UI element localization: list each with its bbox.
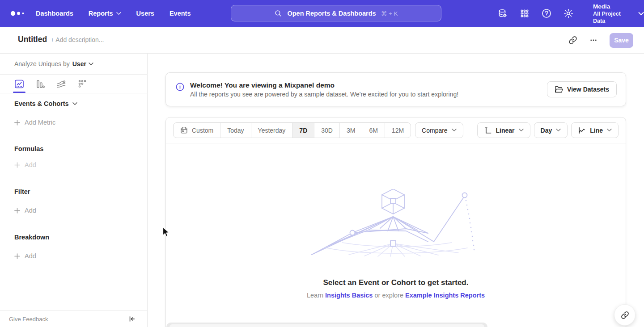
search-icon [274, 9, 282, 17]
report-title[interactable]: Untitled [18, 35, 47, 44]
add-breakdown-button[interactable]: Add [14, 252, 36, 260]
range-7d[interactable]: 7D [292, 123, 314, 138]
chart-type-label: Line [590, 127, 603, 134]
interval-label: Day [541, 127, 552, 134]
range-today-label: Today [227, 127, 244, 134]
project-name: Media [593, 3, 610, 10]
example-reports-link[interactable]: Example Insights Reports [405, 292, 485, 299]
scale-dropdown[interactable]: Linear [477, 122, 530, 138]
compare-dropdown[interactable]: Compare [415, 122, 463, 138]
add-filter-label: Add [25, 207, 36, 214]
nav-events[interactable]: Events [169, 10, 191, 17]
tab-retention-chart[interactable] [77, 75, 87, 93]
collapse-sidebar-icon[interactable] [128, 315, 136, 323]
copy-link-icon[interactable] [568, 36, 577, 45]
plus-icon [14, 162, 20, 168]
query-builder-sidebar: Analyze Uniques by User [0, 54, 148, 327]
divider [0, 93, 148, 93]
chart-type-tabs [0, 75, 148, 93]
hint-prefix: Learn [307, 292, 323, 299]
nav-dashboards[interactable]: Dashboards [36, 10, 73, 17]
insights-chart-card: Custom Today Yesterday 7D 30D 3M 6M 12M … [165, 117, 626, 327]
chevron-down-icon [116, 12, 121, 15]
range-12m[interactable]: 12M [385, 123, 411, 138]
share-link-fab[interactable] [614, 304, 636, 326]
interval-dropdown[interactable]: Day [534, 122, 568, 138]
sidebar-footer: Give Feedback [0, 310, 147, 327]
primary-nav: Dashboards Reports Users Events [36, 0, 191, 27]
range-3m-label: 3M [347, 127, 355, 134]
empty-state-illustration [311, 189, 481, 257]
nav-dashboards-label: Dashboards [36, 10, 73, 17]
filter-title: Filter [14, 188, 30, 195]
insights-basics-link[interactable]: Insights Basics [325, 292, 373, 299]
chevron-down-icon [452, 129, 457, 132]
line-chart-icon [578, 126, 586, 134]
range-30d[interactable]: 30D [314, 123, 339, 138]
view-datasets-label: View Datasets [567, 86, 609, 93]
give-feedback-link[interactable]: Give Feedback [9, 316, 48, 323]
nav-reports[interactable]: Reports [89, 10, 121, 17]
calendar-icon [180, 126, 188, 134]
range-3m[interactable]: 3M [339, 123, 362, 138]
analyze-label: Analyze Uniques by [14, 60, 70, 67]
add-metric-label: Add Metric [25, 119, 55, 126]
chart-type-dropdown[interactable]: Line [571, 122, 619, 138]
range-6m[interactable]: 6M [362, 123, 384, 138]
hint-middle: or explore [374, 292, 403, 299]
link-icon [621, 311, 629, 319]
help-icon[interactable] [541, 8, 552, 19]
range-today[interactable]: Today [220, 123, 250, 138]
range-7d-label: 7D [299, 127, 307, 134]
chevron-down-icon [89, 63, 93, 66]
info-icon [176, 83, 184, 91]
bottom-panel-edge-inner [169, 324, 484, 327]
add-metric-button[interactable]: Add Metric [14, 119, 55, 126]
view-datasets-button[interactable]: View Datasets [547, 81, 617, 97]
bottom-panel-edge[interactable] [166, 323, 487, 327]
nav-events-label: Events [169, 10, 191, 17]
project-chevron-down-icon[interactable] [638, 9, 644, 17]
welcome-subtitle: All the reports you see are powered by a… [190, 91, 458, 98]
save-button[interactable]: Save [610, 33, 633, 48]
nav-reports-label: Reports [89, 10, 113, 17]
apps-grid-icon[interactable] [519, 8, 530, 19]
global-search-input[interactable]: Open Reports & Dashboards ⌘ + K [231, 5, 441, 21]
formulas-title: Formulas [14, 145, 43, 152]
plus-icon [14, 208, 20, 214]
tab-line-chart[interactable] [14, 75, 24, 93]
chart-controls-row: Custom Today Yesterday 7D 30D 3M 6M 12M … [166, 117, 626, 143]
welcome-banner-text: Welcome! You are viewing a Mixpanel demo… [190, 81, 458, 98]
folder-icon [555, 86, 563, 93]
tab-flow-chart[interactable] [56, 75, 66, 93]
empty-state: Select an Event or Cohort to get started… [166, 189, 626, 299]
data-management-icon[interactable] [497, 8, 508, 19]
range-custom-label: Custom [192, 127, 213, 134]
project-switcher[interactable]: Media All Project Data [593, 3, 621, 25]
chevron-down-icon [519, 129, 524, 132]
range-yesterday[interactable]: Yesterday [251, 123, 292, 138]
plus-icon [14, 253, 20, 259]
mixpanel-logo[interactable] [10, 10, 26, 17]
nav-utilities: Media All Project Data [497, 0, 644, 27]
compare-label: Compare [422, 127, 448, 134]
tab-bar-chart[interactable] [35, 75, 45, 93]
settings-gear-icon[interactable] [563, 8, 574, 19]
events-cohorts-section[interactable]: Events & Cohorts [14, 100, 77, 107]
more-options-icon[interactable] [589, 36, 598, 45]
report-header-actions: Save [568, 27, 633, 54]
range-30d-label: 30D [321, 127, 333, 134]
range-custom[interactable]: Custom [174, 123, 220, 138]
add-filter-button[interactable]: Add [14, 207, 36, 214]
analyze-value-dropdown[interactable]: User [72, 60, 93, 67]
nav-users-label: Users [136, 10, 154, 17]
breakdown-section-title: Breakdown [14, 234, 49, 241]
nav-users[interactable]: Users [136, 10, 154, 17]
welcome-title: Welcome! You are viewing a Mixpanel demo [190, 81, 458, 89]
range-6m-label: 6M [369, 127, 377, 134]
breakdown-title: Breakdown [14, 234, 49, 241]
add-description-field[interactable]: + Add description... [51, 36, 104, 43]
scale-label: Linear [496, 127, 515, 134]
range-12m-label: 12M [392, 127, 404, 134]
add-formula-button[interactable]: Add [14, 161, 36, 168]
